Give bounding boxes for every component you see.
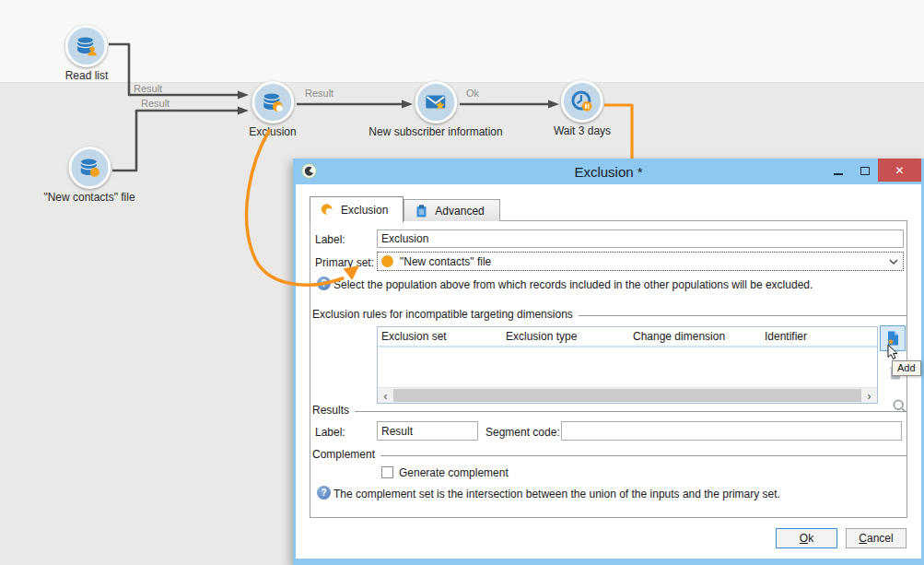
scrollbar-thumb[interactable] xyxy=(393,389,861,402)
scroll-left-arrow[interactable]: ‹ xyxy=(378,388,393,403)
primary-set-select[interactable]: "New contacts" file xyxy=(377,252,904,271)
node-label: New subscriber information xyxy=(368,125,502,138)
node-exclusion[interactable]: Exclusion xyxy=(249,81,296,138)
result-label-input[interactable] xyxy=(377,421,478,441)
result-label-caption: Label: xyxy=(315,426,345,439)
cancel-button[interactable]: Cancel xyxy=(846,528,906,548)
rules-table-header: Exclusion set Exclusion type Change dime… xyxy=(378,327,877,347)
node-label: Read list xyxy=(65,69,109,82)
maximize-icon xyxy=(860,167,870,175)
column-exclusion-type[interactable]: Exclusion type xyxy=(502,330,629,343)
canvas-top-band xyxy=(0,0,924,83)
label-input[interactable] xyxy=(377,230,904,248)
group-divider xyxy=(355,411,907,412)
segment-code-input[interactable] xyxy=(561,421,902,441)
rules-table-body[interactable] xyxy=(378,347,877,387)
edge-label-result-1: Result xyxy=(134,83,162,94)
results-group-header: Results xyxy=(310,404,908,417)
exclusion-icon xyxy=(251,81,294,124)
group-divider xyxy=(579,315,907,316)
complement-group-header: Complement xyxy=(310,448,908,461)
help-icon: ? xyxy=(317,277,331,290)
advanced-tab-icon xyxy=(415,204,428,218)
column-change-dimension[interactable]: Change dimension xyxy=(629,330,761,343)
minimize-button[interactable] xyxy=(825,159,851,182)
workflow-canvas: Result Result Result Ok Read list xyxy=(0,0,924,565)
column-exclusion-set[interactable]: Exclusion set xyxy=(378,330,502,343)
close-icon: ✕ xyxy=(895,164,904,177)
tab-advanced[interactable]: Advanced xyxy=(404,199,499,221)
rules-group-header: Exclusion rules for incompatible targeti… xyxy=(310,308,908,321)
rules-group-title: Exclusion rules for incompatible targeti… xyxy=(310,308,573,321)
read-list-icon xyxy=(65,25,108,67)
complement-help-text: The complement set is the intersection b… xyxy=(333,488,780,500)
help-icon: ? xyxy=(317,486,331,500)
complement-group-title: Complement xyxy=(310,448,375,461)
dialog-titlebar: Exclusion * ✕ xyxy=(296,159,921,184)
generate-complement-checkbox[interactable] xyxy=(381,466,393,478)
node-label: "New contacts" file xyxy=(43,191,135,204)
dialog-body: Exclusion Advanced Label: Primary set: xyxy=(296,184,921,559)
file-icon xyxy=(68,147,111,189)
ok-button[interactable]: Ok xyxy=(776,528,837,548)
edge-label-result-2: Result xyxy=(141,98,170,109)
column-identifier[interactable]: Identifier xyxy=(761,330,877,343)
label-caption: Label: xyxy=(315,233,345,246)
exclusion-rules-table[interactable]: Exclusion set Exclusion type Change dime… xyxy=(377,326,878,404)
chevron-down-icon xyxy=(889,259,898,265)
group-divider xyxy=(380,455,907,456)
generate-complement-label: Generate complement xyxy=(399,466,509,479)
tab-page-exclusion: Label: Primary set: "New contacts" file … xyxy=(310,220,907,518)
node-read-list[interactable]: Read list xyxy=(65,25,109,82)
tab-label: Advanced xyxy=(435,205,484,218)
mouse-cursor xyxy=(887,344,900,365)
tabstrip: Exclusion Advanced xyxy=(310,195,500,221)
node-new-contacts-file[interactable]: "New contacts" file xyxy=(43,147,135,204)
tab-label: Exclusion xyxy=(341,204,388,217)
population-dot-icon xyxy=(381,255,393,267)
maximize-button[interactable] xyxy=(851,159,878,182)
edge-label-result-3: Result xyxy=(305,88,333,99)
node-label: Exclusion xyxy=(249,125,296,138)
node-wait-3-days[interactable]: Wait 3 days xyxy=(554,80,611,137)
primary-set-caption: Primary set: xyxy=(315,256,374,269)
horizontal-scrollbar[interactable]: ‹ › xyxy=(378,387,877,403)
results-group-title: Results xyxy=(310,404,349,417)
minimize-icon xyxy=(834,173,843,175)
email-star-icon xyxy=(415,81,457,124)
exclusion-tab-icon xyxy=(321,203,334,217)
node-new-subscriber-information[interactable]: New subscriber information xyxy=(368,81,502,138)
tab-exclusion[interactable]: Exclusion xyxy=(310,196,404,222)
scroll-right-arrow[interactable]: › xyxy=(861,388,877,403)
segment-code-caption: Segment code: xyxy=(485,426,560,439)
exclusion-dialog: Exclusion * ✕ Exclusion xyxy=(293,159,924,565)
primary-set-value: "New contacts" file xyxy=(400,255,889,268)
close-button[interactable]: ✕ xyxy=(878,159,921,182)
primary-set-help-text: Select the population above from which r… xyxy=(333,278,813,291)
clock-pause-icon xyxy=(561,80,603,123)
node-label: Wait 3 days xyxy=(554,124,611,137)
